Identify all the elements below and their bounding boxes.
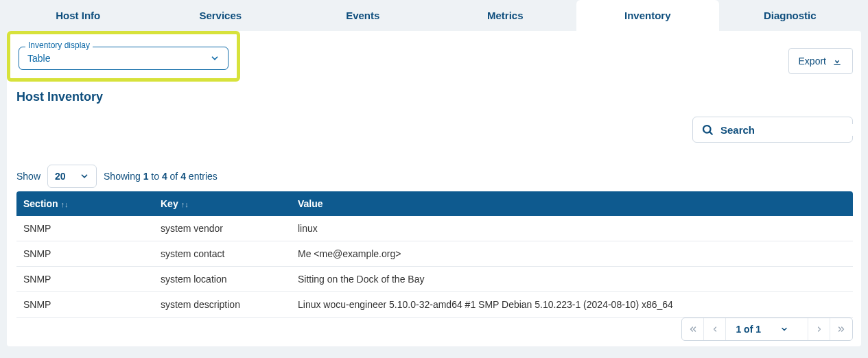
page-title: Host Inventory — [16, 90, 103, 104]
entries-mid2: of — [167, 171, 180, 182]
cell-key: system location — [154, 267, 291, 292]
show-label: Show — [16, 171, 40, 182]
col-header-key[interactable]: Key↑↓ — [154, 191, 291, 216]
tabs-bar: Host Info Services Events Metrics Invent… — [0, 0, 868, 31]
inventory-display-highlight: Inventory display Table — [7, 31, 240, 82]
inventory-table: Section↑↓ Key↑↓ Value SNMP system vendor… — [16, 191, 853, 318]
entries-prefix: Showing — [104, 171, 143, 182]
inventory-panel: Inventory display Table Export Host Inve… — [7, 31, 861, 346]
tab-host-info[interactable]: Host Info — [7, 0, 150, 31]
first-page-button[interactable] — [682, 318, 704, 340]
cell-section: SNMP — [16, 216, 154, 241]
entries-suffix: entries — [186, 171, 218, 182]
cell-value: linux — [291, 216, 853, 241]
next-page-button[interactable] — [808, 318, 830, 340]
col-header-value[interactable]: Value — [291, 191, 853, 216]
svg-line-1 — [709, 132, 712, 134]
chevron-down-icon — [80, 171, 89, 181]
sort-icon: ↑↓ — [61, 200, 69, 208]
prev-page-button[interactable] — [704, 318, 726, 340]
col-header-section[interactable]: Section↑↓ — [16, 191, 154, 216]
cell-section: SNMP — [16, 292, 154, 318]
download-icon — [832, 56, 843, 67]
last-page-button[interactable] — [830, 318, 852, 340]
tab-label: Diagnostic — [764, 10, 817, 21]
cell-section: SNMP — [16, 267, 154, 292]
tab-events[interactable]: Events — [292, 0, 434, 31]
search-input[interactable] — [720, 124, 854, 136]
table-controls: Show 20 Showing 1 to 4 of 4 entries — [16, 165, 218, 188]
entries-to: 4 — [162, 171, 167, 182]
export-label: Export — [799, 56, 826, 67]
chevron-down-icon — [780, 325, 788, 333]
col-header-label: Section — [23, 198, 58, 209]
table-row: SNMP system contact Me <me@example.org> — [16, 241, 853, 267]
entries-summary: Showing 1 to 4 of 4 entries — [104, 171, 218, 182]
export-button[interactable]: Export — [788, 48, 853, 74]
col-header-label: Key — [161, 198, 178, 209]
entries-mid1: to — [148, 171, 161, 182]
search-box[interactable] — [692, 117, 853, 143]
page-size-value: 20 — [55, 171, 66, 182]
tab-label: Events — [346, 10, 379, 21]
table-row: SNMP system vendor linux — [16, 216, 853, 241]
inventory-display-select-wrap: Inventory display Table — [19, 47, 228, 70]
inventory-display-value: Table — [27, 53, 50, 64]
chevron-down-icon — [210, 53, 220, 63]
tab-label: Metrics — [487, 10, 524, 21]
page-size-select[interactable]: 20 — [47, 165, 97, 188]
tab-label: Services — [199, 10, 242, 21]
col-header-label: Value — [298, 198, 323, 209]
page-indicator[interactable]: 1 of 1 — [726, 318, 808, 340]
tab-services[interactable]: Services — [150, 0, 292, 31]
cell-value: Sitting on the Dock of the Bay — [291, 267, 853, 292]
table-row: SNMP system description Linux wocu-engin… — [16, 292, 853, 318]
tab-label: Host Info — [56, 10, 100, 21]
paginator: 1 of 1 — [681, 318, 853, 341]
entries-total: 4 — [180, 171, 186, 182]
cell-key: system description — [154, 292, 291, 318]
cell-value: Me <me@example.org> — [291, 241, 853, 267]
table-row: SNMP system location Sitting on the Dock… — [16, 267, 853, 292]
sort-icon: ↑↓ — [181, 200, 189, 208]
cell-value: Linux wocu-engineer 5.10.0-32-amd64 #1 S… — [291, 292, 853, 318]
cell-section: SNMP — [16, 241, 154, 267]
tab-metrics[interactable]: Metrics — [434, 0, 577, 31]
inventory-display-select[interactable]: Table — [19, 47, 228, 70]
cell-key: system vendor — [154, 216, 291, 241]
tab-inventory[interactable]: Inventory — [576, 0, 719, 31]
table-header-row: Section↑↓ Key↑↓ Value — [16, 191, 853, 216]
inventory-display-label: Inventory display — [25, 40, 93, 50]
page-label: 1 of 1 — [736, 324, 761, 335]
search-icon — [701, 123, 714, 136]
cell-key: system contact — [154, 241, 291, 267]
tab-diagnostic[interactable]: Diagnostic — [719, 0, 862, 31]
tab-label: Inventory — [624, 10, 671, 21]
